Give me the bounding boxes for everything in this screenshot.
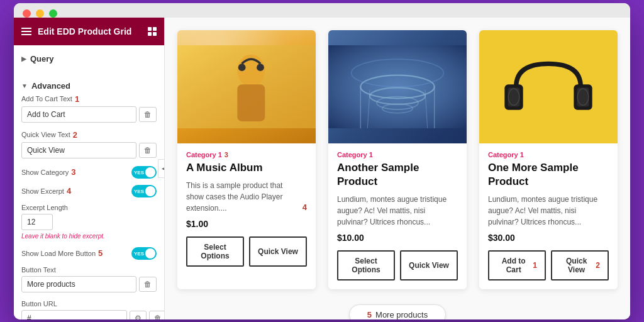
show-excerpt-row: Show Excerpt 4 YES: [21, 185, 157, 197]
load-more-number: 5: [367, 310, 372, 319]
excerpt-length-label: Excerpt Length: [21, 204, 68, 211]
load-more-button[interactable]: 5 More products: [349, 304, 446, 319]
excerpt-length-input-row: [21, 214, 157, 230]
advanced-toggle[interactable]: ▼ Advanced: [21, 77, 157, 94]
show-category-label-row: Show Category 3: [21, 167, 75, 177]
category-text-2: Category 1: [337, 151, 373, 158]
add-to-cart-button-3[interactable]: Add to Cart 1: [488, 250, 546, 280]
quick-view-btn-number: 2: [596, 261, 600, 270]
button-url-label-row: Button URL: [21, 300, 157, 308]
excerpt-length-label-row: Excerpt Length: [21, 204, 157, 211]
quick-view-btn-text: Quick View: [560, 257, 593, 274]
app-layout: Edit EDD Product Grid ▶ Query ▼ Advanced: [14, 18, 630, 319]
product-actions-1: Select Options Quick View: [186, 236, 307, 267]
product-category-1: Category 1 3: [186, 151, 307, 158]
button-text-trash-button[interactable]: 🗑: [139, 277, 157, 292]
button-url-input-row: ⚙ 🗑: [21, 310, 157, 319]
hamburger-icon[interactable]: [21, 28, 31, 35]
product-price-2: $10.00: [337, 233, 458, 243]
product-actions-2: Select Options Quick View: [337, 250, 458, 280]
button-text-label-row: Button Text: [21, 266, 157, 274]
quick-view-trash-button[interactable]: 🗑: [139, 143, 157, 158]
product-desc-text-2: Lundium, montes augue tristique augue? A…: [337, 194, 458, 228]
svg-rect-17: [479, 45, 618, 128]
button-url-input[interactable]: [21, 310, 127, 319]
button-text-input[interactable]: [21, 276, 136, 292]
product-info-2: Category 1 Another Sample Product Lundiu…: [328, 143, 467, 289]
add-to-cart-trash-button[interactable]: 🗑: [139, 107, 157, 122]
add-to-cart-number: 1: [75, 94, 79, 104]
product-image-figure-1: [177, 30, 316, 143]
show-load-more-number: 5: [98, 248, 103, 258]
show-excerpt-label-row: Show Excerpt 4: [21, 186, 71, 196]
advanced-section: ▼ Advanced Add To Cart Text 1 🗑: [14, 72, 164, 319]
svg-rect-21: [577, 87, 589, 106]
product-price-3: $30.00: [488, 233, 609, 243]
show-load-more-toggle[interactable]: YES: [131, 247, 157, 260]
select-options-button-1[interactable]: Select Options: [186, 236, 244, 267]
quick-view-number: 2: [73, 130, 77, 140]
product-desc-number-1: 4: [303, 201, 307, 214]
product-desc-text-1: This is a sample product that show cases…: [186, 180, 300, 214]
product-category-3: Category 1: [488, 151, 609, 158]
product-image-1: [177, 30, 316, 143]
sidebar: Edit EDD Product Grid ▶ Query ▼ Advanced: [14, 18, 165, 319]
product-card-2: Category 1 Another Sample Product Lundiu…: [328, 30, 467, 289]
excerpt-length-field: Excerpt Length Leave it blank to hide ex…: [21, 204, 157, 240]
query-chevron: ▶: [21, 55, 26, 62]
button-url-label: Button URL: [21, 300, 57, 308]
quick-view-button-3[interactable]: Quick View 2: [551, 250, 609, 280]
product-title-3: One More Sample Product: [488, 161, 609, 189]
category-text-3: Category 1: [488, 151, 524, 158]
show-category-label: Show Category: [21, 169, 69, 176]
show-load-more-row: Show Load More Button 5 YES: [21, 247, 157, 260]
product-title-1: A Music Album: [186, 161, 307, 175]
button-text-field: Button Text 🗑: [21, 266, 157, 292]
product-desc-text-3: Lundium, montes augue tristique augue? A…: [488, 194, 609, 228]
add-to-cart-label-row: Add To Cart Text 1: [21, 94, 157, 104]
button-text-label: Button Text: [21, 266, 56, 274]
query-section: ▶ Query: [14, 45, 164, 72]
show-excerpt-label: Show Excerpt: [21, 187, 64, 195]
quick-view-field: Quick View Text 2 🗑: [21, 130, 157, 158]
product-desc-1: This is a sample product that show cases…: [186, 180, 307, 214]
product-actions-3: Add to Cart 1 Quick View 2: [488, 250, 609, 280]
excerpt-length-input[interactable]: [21, 214, 53, 230]
category-number-1: 3: [225, 151, 228, 158]
browser-window: Edit EDD Product Grid ▶ Query ▼ Advanced: [14, 3, 630, 319]
advanced-chevron: ▼: [21, 82, 28, 89]
close-dot[interactable]: [23, 9, 31, 18]
add-to-cart-btn-number: 1: [533, 261, 537, 270]
show-excerpt-toggle[interactable]: YES: [131, 185, 157, 197]
toggle-yes-label3: YES: [134, 250, 144, 256]
minimize-dot[interactable]: [36, 9, 44, 18]
main-content: Category 1 3 A Music Album This is a sam…: [165, 18, 630, 319]
load-more-label: More products: [375, 310, 428, 319]
grid-icon[interactable]: [148, 27, 157, 36]
category-text-1: Category 1: [186, 151, 222, 158]
svg-rect-19: [508, 87, 519, 106]
button-url-trash-button[interactable]: 🗑: [149, 311, 165, 319]
quick-view-button-2[interactable]: Quick View: [400, 250, 458, 280]
advanced-label: Advanced: [31, 81, 70, 91]
maximize-dot[interactable]: [49, 9, 57, 18]
select-options-button-2[interactable]: Select Options: [337, 250, 395, 280]
quick-view-label-row: Quick View Text 2: [21, 130, 157, 140]
product-desc-3: Lundium, montes augue tristique augue? A…: [488, 194, 609, 228]
svg-rect-3: [237, 84, 265, 121]
show-load-more-label-row: Show Load More Button 5: [21, 248, 103, 258]
show-category-number: 3: [71, 167, 75, 177]
button-text-input-row: 🗑: [21, 276, 157, 292]
query-toggle[interactable]: ▶ Query: [21, 50, 157, 67]
quick-view-button-1[interactable]: Quick View: [249, 236, 307, 267]
show-category-row: Show Category 3 YES: [21, 166, 157, 179]
excerpt-hint: Leave it blank to hide excerpt.: [21, 233, 157, 240]
sidebar-collapse-handle[interactable]: ◀: [158, 159, 165, 178]
sidebar-header: Edit EDD Product Grid: [14, 18, 164, 45]
product-card-3: Category 1 One More Sample Product Lundi…: [479, 30, 618, 289]
quick-view-input[interactable]: [21, 142, 136, 158]
button-url-gear-button[interactable]: ⚙: [130, 311, 147, 319]
quick-view-label: Quick View Text: [21, 131, 70, 138]
add-to-cart-input[interactable]: [21, 106, 136, 123]
show-category-toggle[interactable]: YES: [131, 166, 157, 179]
